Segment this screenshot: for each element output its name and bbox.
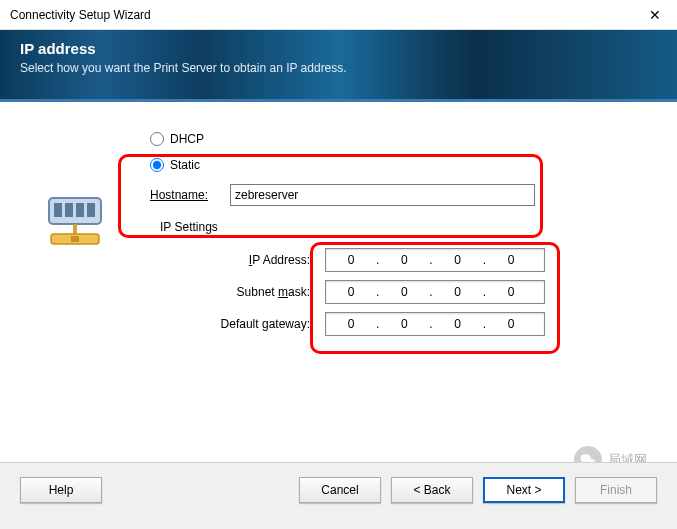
next-button[interactable]: Next >: [483, 477, 565, 503]
network-device-icon: [43, 192, 107, 256]
ip-oct[interactable]: [486, 317, 536, 331]
hostname-input[interactable]: [230, 184, 535, 206]
ip-oct[interactable]: [433, 317, 483, 331]
radio-static[interactable]: [150, 158, 164, 172]
svg-rect-5: [73, 224, 77, 234]
close-button[interactable]: ✕: [632, 0, 677, 29]
left-icon-column: [20, 132, 130, 452]
ip-oct[interactable]: [486, 253, 536, 267]
ip-settings-section-label: IP Settings: [160, 220, 657, 234]
svg-rect-7: [71, 236, 79, 242]
ip-oct[interactable]: [326, 253, 376, 267]
header-title: IP address: [20, 40, 657, 57]
radio-static-row[interactable]: Static: [150, 158, 657, 172]
svg-rect-3: [76, 203, 84, 217]
form-column: DHCP Static Hostname: IP Settings IP Add…: [130, 132, 657, 452]
back-button[interactable]: < Back: [391, 477, 473, 503]
ip-oct[interactable]: [433, 285, 483, 299]
finish-button: Finish: [575, 477, 657, 503]
ip-oct[interactable]: [433, 253, 483, 267]
radio-dhcp-label: DHCP: [170, 132, 204, 146]
default-gateway-row: Default gateway: . . .: [150, 312, 657, 336]
radio-static-label: Static: [170, 158, 200, 172]
close-icon: ✕: [649, 7, 661, 23]
window-title: Connectivity Setup Wizard: [10, 8, 151, 22]
default-gateway-field[interactable]: . . .: [325, 312, 545, 336]
help-button[interactable]: Help: [20, 477, 102, 503]
ip-oct[interactable]: [379, 317, 429, 331]
default-gateway-label: Default gateway:: [150, 317, 325, 331]
footer: Help Cancel < Back Next > Finish: [0, 462, 677, 517]
ip-oct[interactable]: [486, 285, 536, 299]
hostname-row: Hostname:: [150, 184, 657, 206]
cancel-button[interactable]: Cancel: [299, 477, 381, 503]
svg-rect-1: [54, 203, 62, 217]
hostname-label: Hostname:: [150, 188, 230, 202]
ip-address-row: IP Address: . . .: [150, 248, 657, 272]
ip-address-field[interactable]: . . .: [325, 248, 545, 272]
svg-rect-4: [87, 203, 95, 217]
wizard-header: IP address Select how you want the Print…: [0, 30, 677, 102]
ip-oct[interactable]: [326, 285, 376, 299]
subnet-mask-label: Subnet mask:: [150, 285, 325, 299]
subnet-mask-row: Subnet mask: . . .: [150, 280, 657, 304]
ip-oct[interactable]: [379, 285, 429, 299]
ip-oct[interactable]: [379, 253, 429, 267]
header-subtitle: Select how you want the Print Server to …: [20, 61, 657, 75]
svg-rect-2: [65, 203, 73, 217]
subnet-mask-field[interactable]: . . .: [325, 280, 545, 304]
ip-oct[interactable]: [326, 317, 376, 331]
radio-dhcp[interactable]: [150, 132, 164, 146]
titlebar: Connectivity Setup Wizard ✕: [0, 0, 677, 30]
content-area: DHCP Static Hostname: IP Settings IP Add…: [0, 102, 677, 462]
ip-address-label: IP Address:: [150, 253, 325, 267]
radio-dhcp-row[interactable]: DHCP: [150, 132, 657, 146]
